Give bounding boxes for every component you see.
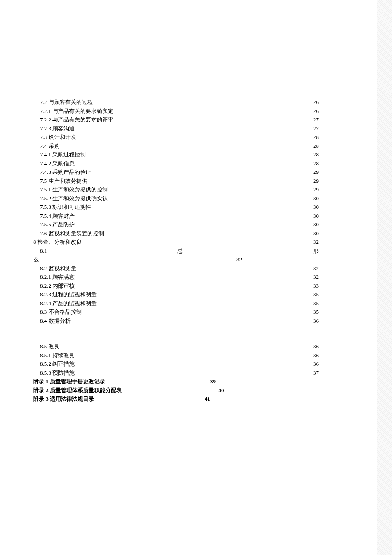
toc-label: 7.5 生产和效劳提供 (40, 177, 87, 185)
appendix-label: 附录 2 质量管理体系质量职能分配表 (33, 386, 122, 395)
toc-entry: 7.3 设计和开发28 (33, 133, 319, 142)
toc-81-mid: 总 (177, 247, 183, 255)
toc-entry: 7.5.5 产品防护30 (33, 220, 319, 229)
toc-entry: 8.5.3 预防措施37 (33, 369, 319, 377)
toc-entry: 7.2 与顾客有关的过程26 (33, 98, 319, 107)
toc-page-number: 28 (313, 159, 319, 168)
appendix-page-number: 41 (205, 395, 210, 403)
toc-page-number: 36 (313, 351, 319, 360)
toc-page-number: 29 (313, 168, 319, 176)
toc-label: 7.2.2 与产品有关的要求的评审 (40, 116, 113, 124)
toc-entry: 8.2 监视和测量32 (33, 264, 319, 273)
toc-entry-8.1-line1: 8.1 总 那 (33, 247, 319, 255)
toc-page-number: 27 (313, 124, 319, 133)
toc-label: 8.2 监视和测量 (40, 264, 76, 273)
toc-entry: 7.5.3 标识和可追溯性30 (33, 203, 319, 211)
toc-page-number: 30 (313, 212, 319, 220)
toc-label: 7.5.1 生产和效劳提供的控制 (40, 185, 108, 194)
toc-entry: 8.2.1 顾客满意32 (33, 273, 319, 281)
toc-entry: 7.5.1 生产和效劳提供的控制29 (33, 185, 319, 194)
toc-label: 8.2.4 产品的监视和测量 (40, 299, 97, 308)
toc-label: 7.2.1 与产品有关的要求确实定 (40, 107, 113, 116)
toc-page-number: 30 (313, 229, 319, 238)
toc-label: 7.4.2 采购信息 (40, 159, 75, 168)
toc-page-number: 35 (313, 299, 319, 308)
toc-section-2: 8.2 监视和测量328.2.1 顾客满意328.2.2 内部审核338.2.3… (33, 264, 319, 325)
toc-label: 7.3 设计和开发 (40, 133, 76, 142)
toc-page-number: 29 (313, 177, 319, 185)
toc-page-number: 26 (313, 107, 319, 116)
appendix-label: 附录 3 适用法律法规目录 (33, 395, 94, 403)
scroll-track-decoration (377, 0, 392, 555)
appendix-entry: 附录 2 质量管理体系质量职能分配表40 (33, 386, 319, 395)
toc-entry: 7.5.4 顾客财产30 (33, 212, 319, 220)
toc-entry: 7.2.1 与产品有关的要求确实定26 (33, 107, 319, 116)
toc-entry: 8.5 改良36 (33, 342, 319, 351)
toc-page-number: 26 (313, 98, 319, 107)
toc-page-number: 28 (313, 133, 319, 142)
toc-page-number: 27 (313, 116, 319, 124)
spacer (33, 325, 319, 342)
toc-page-number: 36 (313, 317, 319, 325)
toc-page: 7.2 与顾客有关的过程267.2.1 与产品有关的要求确实定267.2.2 与… (33, 98, 319, 404)
toc-page-number: 28 (313, 150, 319, 159)
toc-entry: 7.4 采购28 (33, 142, 319, 150)
toc-entry: 7.6 监视和测量装置的控制30 (33, 229, 319, 238)
toc-page-number: 30 (313, 194, 319, 203)
toc-label: 7.5.3 标识和可追溯性 (40, 203, 91, 211)
toc-label: 7.4 采购 (40, 142, 60, 150)
toc-entry: 8.2.3 过程的监视和测量35 (33, 290, 319, 299)
toc-label: 8.2.1 顾客满意 (40, 273, 75, 281)
toc-entry: 7.4.3 采购产品的验证29 (33, 168, 319, 176)
toc-entry: 7.5.2 生产和效劳提供确实认30 (33, 194, 319, 203)
toc-entry: 7.4.2 采购信息28 (33, 159, 319, 168)
toc-entry-8.1-line2: 么 32 (33, 255, 319, 264)
toc-label: 8.5.2 纠正措施 (40, 360, 75, 368)
toc-entry: 8.2.2 内部审核33 (33, 282, 319, 290)
toc-entry: 8.2.4 产品的监视和测量35 (33, 299, 319, 308)
toc-label: 8.5.1 持续改良 (40, 351, 75, 360)
toc-page-number: 30 (313, 220, 319, 229)
toc-label: 8.3 不合格品控制 (40, 308, 82, 316)
toc-entry: 7.2.3 顾客沟通27 (33, 124, 319, 133)
toc-label: 7.5.4 顾客财产 (40, 212, 75, 220)
toc-section-3: 8.5 改良368.5.1 持续改良368.5.2 纠正措施368.5.3 预防… (33, 342, 319, 377)
toc-entry: 8.5.2 纠正措施36 (33, 360, 319, 368)
toc-label: 7.5.5 产品防护 (40, 220, 75, 229)
toc-entry: 7.4.1 采购过程控制28 (33, 150, 319, 159)
toc-page-number: 32 (313, 238, 319, 246)
toc-label: 8.5.3 预防措施 (40, 369, 75, 377)
toc-page-number: 30 (313, 203, 319, 211)
toc-page-number: 36 (313, 342, 319, 351)
toc-label: 8.5 改良 (40, 342, 60, 351)
toc-entry: 8 检查、分析和改良32 (33, 238, 319, 246)
appendix-section: 附录 1 质量管理手册更改记录39附录 2 质量管理体系质量职能分配表40附录 … (33, 377, 319, 403)
toc-page-number: 28 (313, 142, 319, 150)
toc-label: 8.4 数据分析 (40, 317, 71, 325)
toc-label: 7.6 监视和测量装置的控制 (40, 229, 104, 238)
toc-label: 8 检查、分析和改良 (33, 238, 82, 246)
toc-label: 7.4.1 采购过程控制 (40, 150, 86, 159)
toc-page-number: 33 (313, 282, 319, 290)
toc-81-cont-page: 32 (236, 255, 242, 264)
toc-entry: 8.3 不合格品控制35 (33, 308, 319, 316)
appendix-entry: 附录 3 适用法律法规目录41 (33, 395, 319, 403)
toc-label: 7.2.3 顾客沟通 (40, 124, 75, 133)
appendix-page-number: 40 (219, 386, 224, 395)
toc-page-number: 32 (313, 273, 319, 281)
toc-label: 7.5.2 生产和效劳提供确实认 (40, 194, 108, 203)
toc-label: 7.4.3 采购产品的验证 (40, 168, 91, 176)
toc-section-1: 7.2 与顾客有关的过程267.2.1 与产品有关的要求确实定267.2.2 与… (33, 98, 319, 246)
toc-81-num: 8.1 (40, 247, 47, 255)
toc-page-number: 36 (313, 360, 319, 368)
toc-entry: 7.5 生产和效劳提供29 (33, 177, 319, 185)
appendix-label: 附录 1 质量管理手册更改记录 (33, 377, 105, 386)
toc-label: 8.2.2 内部审核 (40, 282, 75, 290)
toc-page-number: 32 (313, 264, 319, 273)
toc-entry: 7.2.2 与产品有关的要求的评审27 (33, 116, 319, 124)
toc-81-cont-left: 么 (33, 255, 39, 264)
toc-label: 8.2.3 过程的监视和测量 (40, 290, 97, 299)
toc-entry: 8.4 数据分析36 (33, 317, 319, 325)
toc-entry: 8.5.1 持续改良36 (33, 351, 319, 360)
toc-page-number: 29 (313, 185, 319, 194)
